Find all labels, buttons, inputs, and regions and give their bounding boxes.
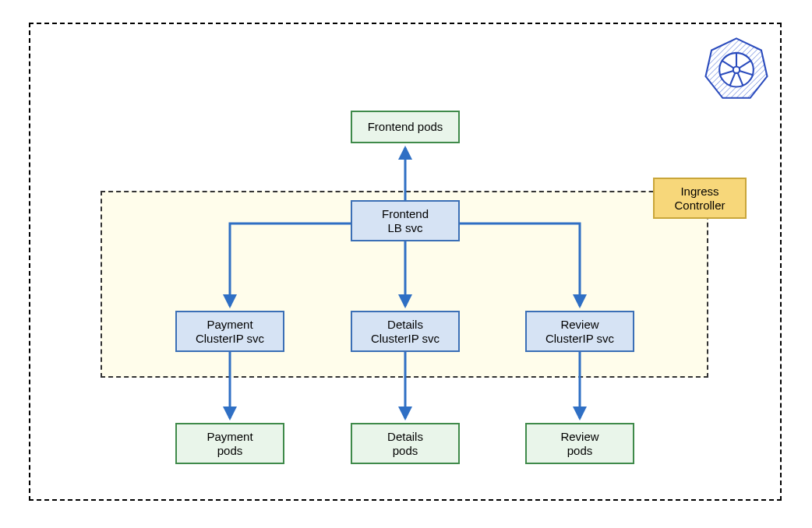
- node-label: Frontend: [382, 207, 429, 221]
- diagram-stage: Frontend pods Frontend LB svc Payment Cl…: [0, 0, 812, 528]
- node-payment-pods: Payment pods: [175, 423, 284, 464]
- node-payment-svc: Payment ClusterIP svc: [175, 311, 284, 352]
- node-ingress-controller: Ingress Controller: [653, 178, 747, 219]
- node-frontend-pods: Frontend pods: [351, 111, 460, 143]
- node-label: ClusterIP svc: [371, 332, 440, 346]
- node-label: Review: [560, 430, 598, 444]
- node-label: ClusterIP svc: [545, 332, 614, 346]
- node-label: pods: [567, 444, 593, 458]
- node-label: pods: [393, 444, 418, 458]
- node-review-svc: Review ClusterIP svc: [525, 311, 634, 352]
- node-label: Payment: [207, 430, 252, 444]
- kubernetes-icon: [704, 36, 769, 101]
- svg-point-10: [733, 66, 740, 72]
- node-label: Review: [560, 318, 598, 332]
- node-label: Frontend pods: [368, 120, 443, 134]
- node-label: LB svc: [387, 221, 422, 235]
- node-label: ClusterIP svc: [196, 332, 264, 346]
- node-label: Ingress: [680, 185, 718, 199]
- node-label: Payment: [207, 318, 252, 332]
- node-details-svc: Details ClusterIP svc: [351, 311, 460, 352]
- node-review-pods: Review pods: [525, 423, 634, 464]
- node-label: Details: [387, 318, 423, 332]
- node-label: Details: [387, 430, 423, 444]
- node-label: Controller: [674, 199, 725, 213]
- node-details-pods: Details pods: [351, 423, 460, 464]
- node-frontend-lb-svc: Frontend LB svc: [351, 200, 460, 241]
- node-label: pods: [217, 444, 243, 458]
